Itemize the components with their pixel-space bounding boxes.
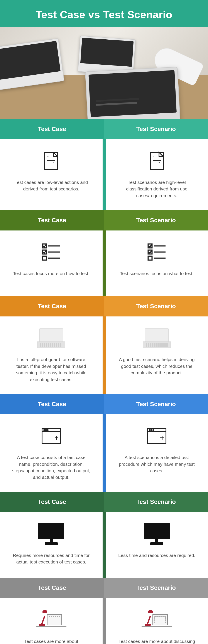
divider [103, 316, 106, 394]
right-label: Test Scenario [104, 210, 208, 230]
svg-point-23 [46, 430, 46, 430]
title-block: Test Case vs Test Scenario [0, 0, 208, 27]
left-label: Test Case [0, 394, 104, 414]
document-icon: “” [40, 149, 62, 173]
right-cell: Test scenarios focus on what to test. [106, 230, 208, 296]
monitor-icon [144, 522, 170, 546]
left-cell: Test cases focus more on how to test. [0, 230, 103, 296]
left-cell: A test case consists of a test case name… [0, 414, 103, 492]
divider [103, 230, 106, 296]
comparison-row-5: Requires more resources and time for act… [0, 512, 208, 578]
left-label: Test Case [0, 296, 104, 316]
section-header-5: Test Case Test Scenario [0, 492, 208, 512]
divider [103, 512, 106, 578]
document-icon: “” [146, 149, 168, 173]
comparison-row-3: It is a full-proof guard for software te… [0, 316, 208, 394]
right-text: Less time and resources are required. [118, 552, 195, 559]
left-label: Test Case [0, 492, 104, 512]
svg-point-31 [153, 430, 154, 430]
window-plus-icon [40, 424, 62, 448]
left-cell: Requires more resources and time for act… [0, 512, 103, 578]
comparison-row-1: “” Test cases are low-level actions and … [0, 139, 208, 210]
section-header-6: Test Case Test Scenario [0, 578, 208, 598]
right-label: Test Scenario [104, 118, 208, 139]
laptop-icon [143, 326, 171, 350]
divider [103, 598, 106, 644]
left-text: Test cases are more about documenting th… [12, 638, 90, 644]
comparison-row-4: A test case consists of a test case name… [0, 414, 208, 492]
page-title: Test Case vs Test Scenario [4, 9, 204, 21]
right-cell: Less time and resources are required. [106, 512, 208, 578]
right-text: Test scenarios focus on what to test. [120, 270, 194, 277]
section-header-4: Test Case Test Scenario [0, 394, 208, 414]
section-header-1: Test Case Test Scenario [0, 118, 208, 139]
svg-point-22 [44, 430, 45, 430]
window-plus-icon [146, 424, 168, 448]
right-cell: A test scenario is a detailed test proce… [106, 414, 208, 492]
divider [103, 139, 106, 210]
right-text: A good test scenario helps in deriving g… [118, 356, 196, 376]
svg-text:”: ” [158, 162, 160, 166]
right-label: Test Scenario [104, 296, 208, 316]
left-text: Test cases are low-level actions and der… [12, 179, 90, 192]
svg-text:”: ” [53, 162, 54, 166]
left-cell: It is a full-proof guard for software te… [0, 316, 103, 394]
section-header-3: Test Case Test Scenario [0, 296, 208, 316]
comparison-row-2: Test cases focus more on how to test. Te… [0, 230, 208, 296]
svg-point-24 [47, 430, 48, 430]
left-label: Test Case [0, 210, 104, 230]
left-text: Test cases focus more on how to test. [13, 270, 90, 277]
right-text: Test cases are more about discussing and… [118, 638, 196, 644]
svg-text:“: “ [47, 155, 49, 159]
left-text: A test case consists of a test case name… [12, 454, 90, 481]
svg-point-29 [149, 430, 150, 430]
monitor-icon [38, 522, 64, 546]
right-label: Test Scenario [104, 394, 208, 414]
laptop-icon [37, 326, 65, 350]
divider [103, 414, 106, 492]
left-cell: Test cases are more about documenting th… [0, 598, 103, 644]
desk-lamp-icon [36, 608, 66, 632]
right-label: Test Scenario [104, 578, 208, 598]
left-cell: “” Test cases are low-level actions and … [0, 139, 103, 210]
right-cell: Test cases are more about discussing and… [106, 598, 208, 644]
checklist-icon [146, 240, 168, 264]
desk-lamp-icon [142, 608, 172, 632]
svg-rect-18 [148, 256, 152, 260]
right-label: Test Scenario [104, 492, 208, 512]
left-label: Test Case [0, 578, 104, 598]
right-text: Test scenarios are high-level classifica… [118, 179, 196, 199]
section-header-2: Test Case Test Scenario [0, 210, 208, 230]
left-text: Requires more resources and time for act… [12, 552, 90, 566]
right-cell: “” Test scenarios are high-level classif… [106, 139, 208, 210]
right-text: A test scenario is a detailed test proce… [118, 454, 196, 474]
hero-image [0, 27, 208, 118]
infographic-wrapper: Test Case vs Test Scenario Test Case Tes… [0, 0, 208, 644]
svg-text:“: “ [153, 155, 154, 159]
left-label: Test Case [0, 118, 104, 139]
svg-point-30 [151, 430, 152, 430]
comparison-row-6: Test cases are more about documenting th… [0, 598, 208, 644]
left-text: It is a full-proof guard for software te… [12, 356, 90, 383]
right-cell: A good test scenario helps in deriving g… [106, 316, 208, 394]
svg-rect-12 [43, 256, 46, 260]
checklist-icon [40, 240, 62, 264]
